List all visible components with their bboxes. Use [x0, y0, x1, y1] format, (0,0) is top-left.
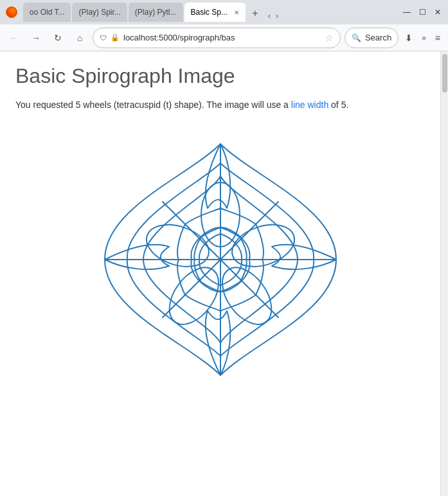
- tab-2-label: (Play) Spir...: [78, 8, 120, 17]
- spirograph-container: [15, 125, 425, 414]
- description-link: line width: [291, 100, 328, 110]
- tab-3[interactable]: (Play) Pytl...: [129, 3, 183, 22]
- security-icon: 🛡: [100, 34, 107, 42]
- description-suffix: of 5.: [328, 100, 348, 110]
- bookmark-icon[interactable]: ☆: [325, 33, 334, 43]
- new-tab-button[interactable]: +: [247, 5, 264, 22]
- nav-bar: ← → ↻ ⌂ 🛡 🔒 localhost:5000/spirograph/ba…: [0, 24, 448, 51]
- svg-point-2: [212, 259, 281, 333]
- forward-button[interactable]: →: [27, 29, 45, 47]
- tab-2[interactable]: (Play) Spir...: [72, 3, 127, 22]
- extensions-icon[interactable]: »: [419, 31, 429, 45]
- maximize-button[interactable]: ☐: [417, 7, 427, 17]
- scrollbar-track[interactable]: [440, 51, 448, 496]
- back-button[interactable]: ←: [5, 29, 23, 47]
- tab-arrows: ‹ ›: [266, 10, 280, 22]
- minimize-button[interactable]: —: [402, 7, 412, 17]
- firefox-icon: [5, 6, 18, 19]
- tab-4-label: Basic Sp...: [191, 8, 228, 17]
- spirograph-image: [85, 125, 355, 414]
- page-content: Basic Spirograph Image You requested 5 w…: [0, 51, 440, 496]
- search-icon: 🔍: [352, 33, 361, 42]
- description-prefix: You requested 5 wheels (tetracuspid (t) …: [15, 100, 291, 110]
- menu-icon[interactable]: ≡: [433, 30, 443, 46]
- window-controls: — ☐ ✕: [402, 7, 443, 17]
- download-icon[interactable]: ⬇: [402, 30, 415, 46]
- address-text: localhost:5000/spirograph/bas: [123, 33, 321, 42]
- tab-4-close[interactable]: ✕: [234, 9, 239, 16]
- browser-window: oo Old T... (Play) Spir... (Play) Pytl..…: [0, 0, 448, 496]
- title-bar: oo Old T... (Play) Spir... (Play) Pytl..…: [0, 0, 448, 24]
- search-box[interactable]: 🔍 Search: [345, 28, 399, 48]
- tab-next-arrow[interactable]: ›: [274, 10, 280, 22]
- search-label: Search: [365, 33, 391, 42]
- address-bar[interactable]: 🛡 🔒 localhost:5000/spirograph/bas ☆: [93, 28, 341, 48]
- scrollbar-thumb[interactable]: [442, 54, 447, 93]
- tab-1[interactable]: oo Old T...: [23, 3, 71, 22]
- content-area: Basic Spirograph Image You requested 5 w…: [0, 51, 448, 496]
- reload-button[interactable]: ↻: [49, 29, 67, 47]
- tab-3-label: (Play) Pytl...: [135, 8, 177, 17]
- page-title: Basic Spirograph Image: [15, 64, 425, 88]
- svg-point-3: [159, 259, 228, 333]
- tab-prev-arrow[interactable]: ‹: [266, 10, 273, 22]
- tabs-container: oo Old T... (Play) Spir... (Play) Pytl..…: [23, 3, 394, 22]
- lock-icon: 🔒: [111, 33, 120, 42]
- close-button[interactable]: ✕: [433, 7, 443, 17]
- tab-1-label: oo Old T...: [30, 8, 64, 17]
- tab-4[interactable]: Basic Sp... ✕: [184, 3, 246, 22]
- home-button[interactable]: ⌂: [71, 29, 89, 47]
- page-description: You requested 5 wheels (tetracuspid (t) …: [15, 98, 425, 112]
